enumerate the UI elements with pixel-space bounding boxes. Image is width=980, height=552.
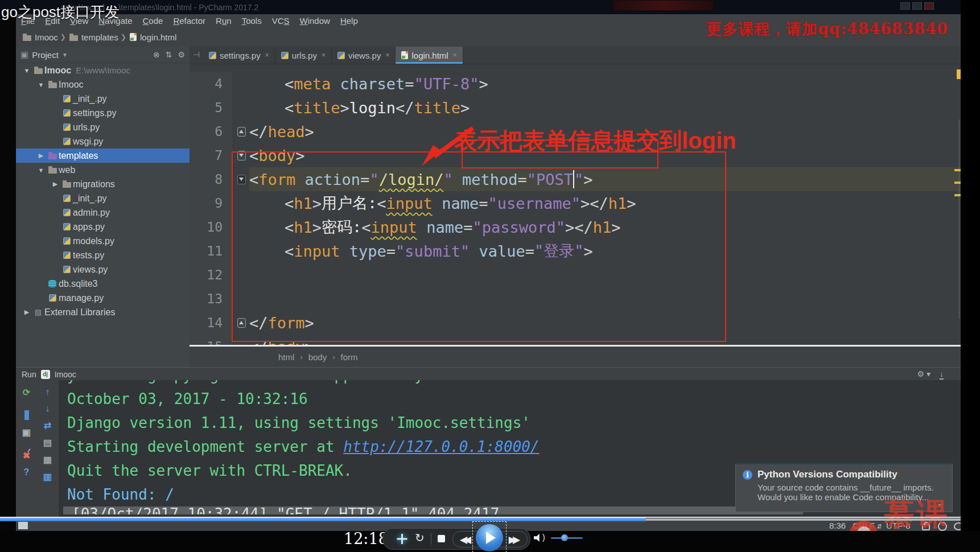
warning-stripe-mark[interactable]: [954, 182, 961, 184]
editor-breadcrumb-bar: html›body›form: [190, 347, 980, 367]
tree-item-web[interactable]: ▼web: [16, 163, 190, 177]
tree-item-_init_-py[interactable]: _init_.py: [16, 191, 190, 205]
video-progress-played[interactable]: [0, 518, 646, 521]
close-tab-icon[interactable]: ×: [322, 51, 326, 59]
minimize-button[interactable]: [900, 2, 910, 10]
line-number: 14: [190, 311, 233, 335]
skip-icon[interactable]: ⇄: [44, 420, 51, 431]
run-toolbar-column-2: ↑↓⇄▤▦▥: [37, 380, 58, 521]
server-url-link[interactable]: http://127.0.0.1:8000/: [343, 438, 539, 455]
tree-item-external-libraries[interactable]: ▶▤External Libraries: [16, 305, 190, 319]
breadcrumb-login.html[interactable]: login.html: [130, 32, 176, 42]
menu-item-help[interactable]: Help: [335, 14, 363, 27]
fast-forward-button[interactable]: ▶▶: [509, 534, 517, 546]
tree-item-wsgi-py[interactable]: wsgi.py: [16, 134, 190, 149]
tree-item-tests-py[interactable]: tests.py: [16, 248, 190, 262]
close-tab-icon[interactable]: ×: [453, 51, 457, 59]
project-path: E:\www\Imooc: [76, 65, 130, 75]
video-progress-handle[interactable]: [18, 522, 28, 529]
console-request-line[interactable]: [03/Oct/2017 10:32:44] "GET / HTTP/1.1" …: [63, 506, 803, 514]
menu-item-refactor[interactable]: Refactor: [168, 14, 211, 27]
tree-item-settings-py[interactable]: settings.py: [16, 106, 190, 120]
expand-arrow-icon[interactable]: ▶: [36, 152, 46, 159]
warning-stripe-mark[interactable]: [954, 194, 961, 196]
tree-item-manage-py[interactable]: manage.py: [16, 291, 190, 305]
down-arrow-icon[interactable]: ↓: [46, 403, 50, 414]
tree-item-templates[interactable]: ▶templates: [16, 149, 190, 163]
expand-arrow-icon[interactable]: ▼: [36, 81, 46, 88]
menu-item-tools[interactable]: Tools: [237, 14, 267, 27]
gear-icon[interactable]: ⚙: [178, 50, 185, 59]
expand-arrow-icon[interactable]: ▶: [22, 308, 32, 316]
tree-item-_init_-py[interactable]: _init_.py: [16, 92, 190, 106]
up-arrow-icon[interactable]: ↑: [46, 387, 50, 397]
restore-layout-icon[interactable]: ▤: [43, 437, 52, 448]
titlebar-artifact: [613, 1, 713, 10]
project-panel-title: Project: [32, 50, 59, 60]
tools-icon[interactable]: [397, 534, 407, 544]
code-line-4[interactable]: 4<meta charset="UTF-8">: [190, 72, 961, 96]
python-file-icon: [63, 223, 71, 230]
tab-views-py[interactable]: views.py×: [332, 47, 396, 64]
pause-icon[interactable]: [24, 410, 29, 421]
tree-item-apps-py[interactable]: apps.py: [16, 220, 190, 234]
close-button[interactable]: [924, 2, 934, 10]
print-icon[interactable]: ▦: [43, 454, 52, 465]
code-breadcrumb-body[interactable]: body: [308, 352, 327, 362]
volume-slider-thumb[interactable]: [561, 534, 568, 541]
tab-urls-py[interactable]: urls.py×: [275, 47, 332, 64]
python-file-icon: [63, 252, 71, 259]
annotation-text: 表示把表单信息提交到login: [454, 125, 736, 156]
expand-arrow-icon[interactable]: ▼: [36, 167, 46, 174]
project-panel-header[interactable]: ▣ Project ▼ ⊗ ⇅ ⚙: [16, 47, 190, 63]
play-button[interactable]: [476, 524, 503, 551]
menu-item-vcs[interactable]: VCS: [267, 14, 295, 27]
tree-item-db-sqlite3[interactable]: db.sqlite3: [16, 277, 190, 291]
stop-playback-button[interactable]: [438, 535, 445, 542]
tree-item-imooc[interactable]: ▼Imooc: [16, 77, 190, 92]
menu-item-code[interactable]: Code: [138, 14, 168, 27]
caret-position[interactable]: 8:36: [829, 521, 846, 530]
rewind-button[interactable]: ◀◀: [460, 534, 468, 546]
editor-scrollbar[interactable]: [958, 120, 960, 319]
fold-marker-icon[interactable]: [237, 127, 246, 137]
tree-item-models-py[interactable]: models.py: [16, 234, 190, 248]
tree-item-imooc[interactable]: ▼ImoocE:\www\Imooc: [16, 63, 190, 77]
tab-login-html[interactable]: login.html×: [396, 47, 463, 64]
rerun-icon[interactable]: ⟳: [23, 387, 30, 398]
video-progress-remaining[interactable]: [646, 518, 961, 521]
clear-all-icon[interactable]: ▥: [43, 471, 52, 482]
gear-icon[interactable]: ⚙ ▾: [917, 369, 930, 380]
notification-title: Python Versions Compatibility: [757, 469, 945, 480]
tree-item-views-py[interactable]: views.py: [16, 262, 190, 277]
tree-item-admin-py[interactable]: admin.py: [16, 205, 190, 220]
help-icon[interactable]: ?: [24, 467, 30, 477]
code-breadcrumb-html[interactable]: html: [278, 352, 294, 362]
menu-item-run[interactable]: Run: [211, 14, 237, 27]
code-breadcrumb-form[interactable]: form: [341, 352, 358, 362]
breadcrumb-Imooc[interactable]: Imooc: [23, 32, 58, 42]
replay-icon[interactable]: ↻: [415, 531, 425, 545]
run-panel-header[interactable]: Run dj Imooc ⚙ ▾ ↓: [16, 367, 972, 381]
close-tab-icon[interactable]: ×: [265, 51, 269, 59]
close-tab-icon[interactable]: ×: [385, 51, 389, 59]
maximize-button[interactable]: [912, 2, 922, 10]
scroll-to-source-icon[interactable]: ⇅: [166, 50, 172, 59]
hide-panel-icon[interactable]: ↓: [940, 369, 944, 380]
expand-arrow-icon[interactable]: ▶: [50, 180, 60, 188]
expand-arrow-icon[interactable]: ▼: [22, 67, 32, 74]
code-line-5[interactable]: 5<title>login</title>: [190, 96, 961, 120]
tab-settings-py[interactable]: settings.py×: [203, 47, 275, 64]
tree-item-migrations[interactable]: ▶migrations: [16, 177, 190, 191]
menu-item-window[interactable]: Window: [295, 14, 335, 27]
volume-icon[interactable]: [534, 534, 542, 542]
tree-item-urls-py[interactable]: urls.py: [16, 120, 190, 134]
close-icon[interactable]: ✖: [23, 450, 30, 461]
breadcrumb-templates[interactable]: templates: [69, 32, 118, 42]
warning-stripe-mark[interactable]: [954, 169, 961, 171]
editor-splitter[interactable]: [190, 345, 961, 347]
show-console-icon[interactable]: ▣: [22, 427, 31, 438]
libraries-icon: ▤: [35, 308, 42, 316]
collapse-all-icon[interactable]: ⊗: [153, 50, 160, 59]
tab-options-icon[interactable]: ⊣: [193, 50, 200, 59]
